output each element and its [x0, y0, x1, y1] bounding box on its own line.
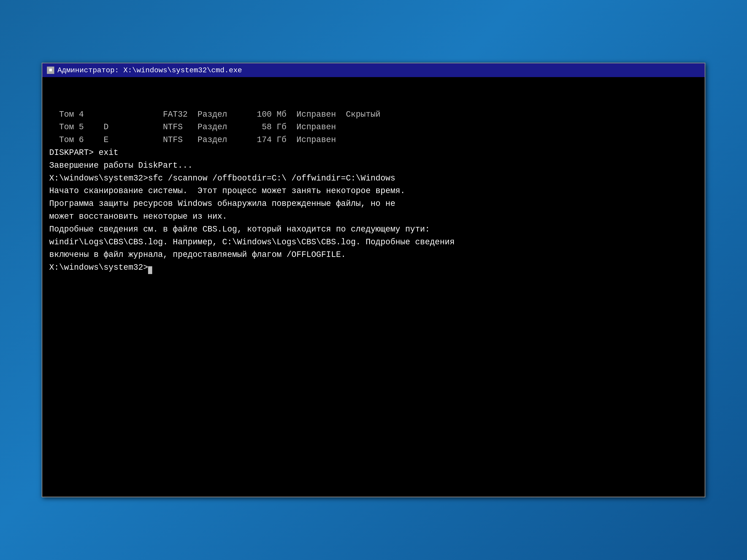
terminal-line: Подробные сведения см. в файле CBS.Log, … — [49, 223, 698, 236]
terminal-line: X:\windows\system32> — [49, 261, 698, 274]
terminal-line: Начато сканирование системы. Этот процес… — [49, 185, 698, 197]
screen-background: ■ Администратор: X:\windows\system32\cmd… — [0, 0, 747, 560]
window-title: Администратор: X:\windows\system32\cmd.e… — [57, 66, 242, 75]
terminal-line: Завершение работы DiskPart... — [49, 159, 698, 172]
terminal-line: Том 5 D NTFS Раздел 58 Гб Исправен — [49, 121, 698, 134]
terminal-line: Том 6 E NTFS Раздел 174 Гб Исправен — [49, 134, 698, 146]
cmd-window: ■ Администратор: X:\windows\system32\cmd… — [42, 63, 705, 497]
terminal-output[interactable]: Том 4 FAT32 Раздел 100 Мб Исправен Скрыт… — [42, 77, 705, 497]
title-bar: ■ Администратор: X:\windows\system32\cmd… — [42, 63, 705, 77]
cursor — [148, 266, 152, 274]
terminal-line: включены в файл журнала, предоставляемый… — [49, 248, 698, 261]
terminal-line: Том 4 FAT32 Раздел 100 Мб Исправен Скрыт… — [49, 108, 698, 121]
terminal-line: X:\windows\system32>sfc /scannow /offboo… — [49, 172, 698, 185]
terminal-line: DISKPART> exit — [49, 146, 698, 159]
cmd-icon: ■ — [47, 66, 54, 74]
terminal-line: может восстановить некоторые из них. — [49, 210, 698, 223]
terminal-line: windir\Logs\CBS\CBS.log. Например, C:\Wi… — [49, 236, 698, 249]
terminal-line: Программа защиты ресурсов Windows обнару… — [49, 197, 698, 210]
